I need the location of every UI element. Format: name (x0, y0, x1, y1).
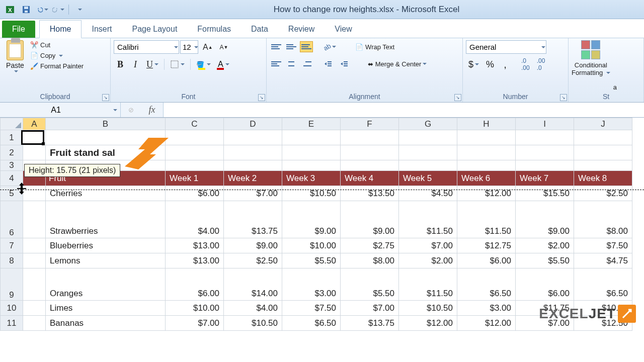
title-bar: X How to change row heights.xlsx - Micro… (0, 0, 644, 19)
borders-button[interactable] (168, 58, 187, 71)
font-color-button[interactable]: A (215, 58, 232, 71)
col-header-G[interactable]: G (399, 118, 457, 130)
increase-decimal-button[interactable]: .0.00 (519, 58, 532, 71)
col-header-C[interactable]: C (166, 118, 224, 130)
table-row[interactable]: 11Bananas$7.00$10.50$6.50$13.75$12.00$12… (1, 316, 632, 331)
group-label-font: Font (114, 91, 263, 102)
col-header-E[interactable]: E (282, 118, 341, 130)
formula-bar-row: ⊘ fx (0, 103, 644, 118)
align-top-button[interactable] (270, 41, 283, 52)
accounting-format-button[interactable]: $ (466, 58, 481, 71)
save-icon[interactable] (20, 4, 32, 16)
align-left-button[interactable] (270, 58, 283, 69)
decrease-decimal-button[interactable]: .00.0 (534, 58, 548, 71)
name-box[interactable] (0, 103, 121, 117)
copy-button[interactable]: 📄Copy (30, 52, 84, 59)
table-row[interactable]: 5Cherries$6.00$7.00$10.50$13.50$4.50$12.… (1, 186, 632, 201)
col-header-D[interactable]: D (224, 118, 282, 130)
italic-button[interactable]: I (129, 58, 142, 71)
table-row[interactable]: 8Lemons$13.00$2.50$5.50$8.00$2.00$6.00$5… (1, 253, 632, 268)
tab-formulas[interactable]: Formulas (187, 21, 241, 38)
table-row[interactable]: 10Limes$10.00$4.00$7.50$7.00$10.50$3.00$… (1, 301, 632, 316)
row-header-3[interactable]: 3 (1, 160, 23, 171)
tab-file[interactable]: File (2, 21, 35, 38)
col-header-A[interactable]: A (23, 118, 46, 130)
fill-color-button[interactable]: 🪣 (194, 58, 213, 71)
conditional-formatting-button[interactable]: ConditionalFormatting (572, 40, 610, 76)
svg-text:X: X (8, 7, 12, 13)
grow-font-button[interactable]: A▲ (200, 41, 215, 54)
bold-button[interactable]: B (114, 58, 127, 71)
scissors-icon: ✂️ (30, 41, 38, 49)
fx-icon[interactable]: fx (141, 103, 164, 117)
tab-insert[interactable]: Insert (82, 21, 122, 38)
qat-customize-icon[interactable] (73, 4, 85, 16)
svg-rect-3 (24, 7, 28, 9)
tab-home[interactable]: Home (39, 20, 82, 38)
align-right-button[interactable] (300, 58, 313, 69)
redo-icon[interactable] (52, 4, 64, 16)
paste-button[interactable]: Paste (3, 40, 27, 73)
align-center-button[interactable] (285, 58, 298, 69)
quick-access-toolbar: X (0, 4, 89, 16)
font-name-input[interactable] (114, 40, 179, 54)
watermark-icon (618, 305, 636, 323)
undo-icon[interactable] (36, 4, 48, 16)
row-resize-cursor-icon (16, 182, 27, 199)
tab-data[interactable]: Data (241, 21, 278, 38)
worksheet[interactable]: A B C D E F G H I J 1 2Fruit stand sal 3… (0, 118, 644, 331)
table-row[interactable]: 6Strawberries$4.00$13.75$9.00$9.00$11.50… (1, 201, 632, 238)
merge-center-button[interactable]: ⬌ Merge & Center (364, 57, 430, 70)
tab-review[interactable]: Review (278, 21, 325, 38)
wrap-text-button[interactable]: 📄 Wrap Text (352, 40, 398, 53)
row-header-2[interactable]: 2 (1, 145, 23, 160)
exceljet-watermark: EXCELJET (539, 305, 636, 323)
brush-icon: 🖌️ (30, 62, 38, 70)
row-header-1[interactable]: 1 (1, 130, 23, 145)
cancel-formula-icon[interactable]: ⊘ (121, 103, 141, 117)
align-middle-button[interactable] (285, 41, 298, 52)
number-format-input[interactable] (466, 40, 546, 54)
select-all-corner[interactable] (1, 118, 23, 130)
percent-format-button[interactable]: % (484, 58, 497, 71)
excel-icon[interactable]: X (4, 4, 16, 16)
group-label-clipboard: Clipboard (3, 91, 107, 102)
font-launcher-icon[interactable]: ↘ (258, 94, 265, 101)
table-row[interactable]: 7Blueberries$13.00$9.00$10.00$2.75$7.00$… (1, 238, 632, 253)
col-header-I[interactable]: I (516, 118, 574, 130)
table-row[interactable]: 9Oranges$6.00$14.00$3.00$5.50$11.50$6.50… (1, 268, 632, 301)
align-bottom-button[interactable] (300, 41, 313, 52)
svg-rect-4 (25, 11, 28, 13)
underline-button[interactable]: U (144, 58, 161, 71)
svg-rect-11 (344, 65, 348, 66)
row-header-9[interactable]: 9 (1, 268, 23, 301)
formula-input[interactable] (164, 103, 644, 117)
svg-rect-9 (344, 61, 348, 62)
col-header-H[interactable]: H (457, 118, 516, 130)
shrink-font-button[interactable]: A▼ (217, 41, 231, 54)
tab-view[interactable]: View (325, 21, 362, 38)
grid[interactable]: A B C D E F G H I J 1 2Fruit stand sal 3… (0, 118, 632, 331)
orientation-button[interactable]: ab (321, 40, 339, 53)
svg-rect-6 (328, 61, 332, 62)
row-header-10[interactable]: 10 (1, 301, 23, 316)
row-header-6[interactable]: 6 (1, 201, 23, 238)
tab-page-layout[interactable]: Page Layout (122, 21, 187, 38)
cut-button[interactable]: ✂️Cut (30, 41, 84, 49)
row-header-11[interactable]: 11 (1, 316, 23, 331)
comma-format-button[interactable]: , (499, 58, 512, 71)
col-header-B[interactable]: B (46, 118, 166, 130)
number-launcher-icon[interactable]: ↘ (560, 94, 567, 101)
row-header-8[interactable]: 8 (1, 253, 23, 268)
clipboard-launcher-icon[interactable]: ↘ (102, 94, 109, 101)
decrease-indent-button[interactable] (321, 57, 335, 70)
row-header-7[interactable]: 7 (1, 238, 23, 253)
group-label-alignment: Alignment (270, 91, 459, 102)
alignment-launcher-icon[interactable]: ↘ (454, 94, 461, 101)
col-header-F[interactable]: F (341, 118, 399, 130)
col-header-J[interactable]: J (574, 118, 632, 130)
name-box-input[interactable] (0, 106, 112, 115)
format-painter-button[interactable]: 🖌️Format Painter (30, 62, 84, 70)
group-styles: ConditionalFormatting a St (569, 38, 644, 102)
increase-indent-button[interactable] (337, 57, 351, 70)
